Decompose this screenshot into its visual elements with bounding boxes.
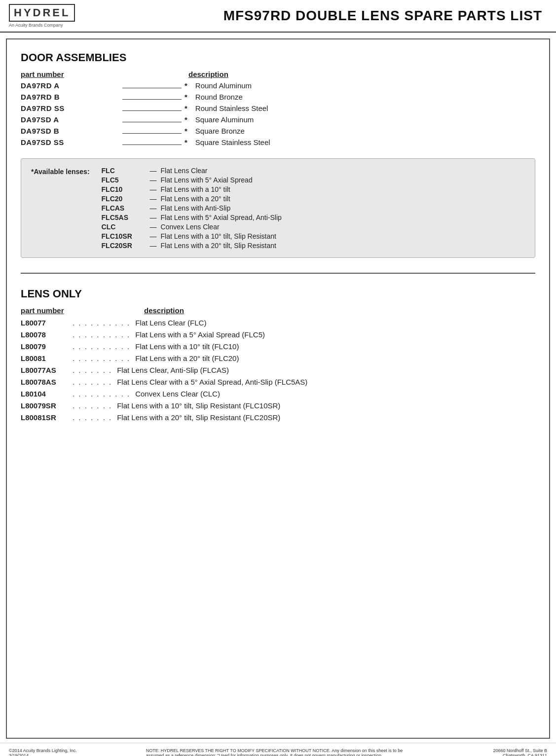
lens-description: Flat Lens with a 20° tilt (FLC20) bbox=[135, 354, 239, 362]
lens-rows: L80077 . . . . . . . . . . Flat Lens Cle… bbox=[21, 319, 535, 422]
footer-left: ©2014 Acuity Brands Lighting, Inc. 3/19/… bbox=[9, 748, 141, 756]
lens-only-row: L80077 . . . . . . . . . . Flat Lens Cle… bbox=[21, 319, 535, 327]
door-row: DA97RD SS * Round Stainless Steel bbox=[21, 104, 535, 112]
lens-dots: . . . . . . . bbox=[73, 366, 112, 374]
door-asterisk: * bbox=[185, 104, 187, 112]
footer: ©2014 Acuity Brands Lighting, Inc. 3/19/… bbox=[0, 743, 556, 756]
lens-col-part-header: part number bbox=[21, 306, 119, 315]
door-row: DA97SD SS * Square Stainless Steel bbox=[21, 138, 535, 146]
header: HYDREL An Acuity Brands Company MFS97RD … bbox=[0, 0, 556, 33]
lens-part-number: L80079 bbox=[21, 342, 73, 351]
door-line bbox=[122, 122, 182, 122]
door-section-title: DOOR ASSEMBLIES bbox=[21, 51, 535, 64]
lens-code: CLC bbox=[102, 223, 146, 231]
door-col-part-header: part number bbox=[21, 70, 188, 78]
lens-part-number: L80081 bbox=[21, 354, 73, 362]
lens-dash: — bbox=[146, 204, 161, 212]
lens-description: Flat Lens with a 10° tilt (FLC10) bbox=[135, 342, 239, 351]
door-line bbox=[122, 133, 182, 134]
door-row: DA97SD A * Square Aluminum bbox=[21, 115, 535, 124]
door-part-number: DA97SD A bbox=[21, 115, 119, 124]
lens-dash: — bbox=[146, 242, 161, 250]
lens-dots: . . . . . . . . . . bbox=[73, 354, 130, 362]
lens-description: Flat Lens with 5° Axial Spread bbox=[161, 176, 282, 184]
footer-right: 20660 Nordhoff St., Suite B Chatsworth, … bbox=[415, 748, 547, 756]
lens-part-number: L80077 bbox=[21, 319, 73, 327]
lens-dots: . . . . . . . bbox=[73, 378, 112, 386]
section-divider bbox=[21, 273, 535, 274]
door-part-number: DA97RD A bbox=[21, 81, 119, 90]
lens-code: FLC20SR bbox=[102, 242, 146, 250]
logo-sub: An Acuity Brands Company bbox=[9, 23, 63, 28]
lens-only-section: LENS ONLY part number description L80077… bbox=[21, 288, 535, 422]
footer-right-line2: Chatsworth, CA 91311 bbox=[415, 753, 547, 756]
lens-col-desc-header: description bbox=[144, 306, 184, 315]
door-description: Round Aluminum bbox=[195, 81, 252, 90]
lens-only-row: L80081SR . . . . . . . Flat Lens with a … bbox=[21, 413, 535, 422]
lens-description: Flat Lens with a 20° tilt, Slip Resistan… bbox=[117, 413, 280, 422]
door-rows: DA97RD A * Round Aluminum DA97RD B * Rou… bbox=[21, 81, 535, 146]
lens-code: FLC bbox=[102, 167, 146, 175]
main-content: DOOR ASSEMBLIES part number description … bbox=[6, 38, 550, 739]
lens-description: Flat Lens with Anti-Slip bbox=[161, 204, 282, 212]
footer-center: NOTE: HYDREL RESERVES THE RIGHT TO MODIF… bbox=[141, 748, 415, 756]
door-asterisk: * bbox=[185, 115, 187, 124]
lens-dash: — bbox=[146, 232, 161, 240]
logo: HYDREL bbox=[9, 4, 75, 22]
lens-dots: . . . . . . . . . . bbox=[73, 342, 130, 351]
door-col-desc-header: description bbox=[188, 70, 228, 78]
door-description: Round Bronze bbox=[195, 93, 243, 101]
lens-code: FLC10 bbox=[102, 185, 146, 193]
door-line bbox=[122, 99, 182, 100]
lens-dash: — bbox=[146, 167, 161, 175]
footer-center-text: NOTE: HYDREL RESERVES THE RIGHT TO MODIF… bbox=[146, 748, 410, 756]
door-line bbox=[122, 144, 182, 145]
logo-text: HYDREL bbox=[14, 6, 70, 19]
door-description: Square Aluminum bbox=[195, 115, 254, 124]
lens-only-title: LENS ONLY bbox=[21, 288, 535, 300]
door-row: DA97RD B * Round Bronze bbox=[21, 93, 535, 101]
door-asterisk: * bbox=[185, 127, 187, 135]
lens-col-headers: part number description bbox=[21, 306, 535, 315]
lens-dots: . . . . . . . bbox=[73, 413, 112, 422]
door-row: DA97SD B * Square Bronze bbox=[21, 127, 535, 135]
lens-only-row: L80079 . . . . . . . . . . Flat Lens wit… bbox=[21, 342, 535, 351]
door-description: Square Bronze bbox=[195, 127, 245, 135]
page-title: MFS97RD DOUBLE LENS SPARE PARTS LIST bbox=[88, 8, 547, 24]
door-line bbox=[122, 110, 182, 111]
lenses-table: FLC—Flat Lens ClearFLC5—Flat Lens with 5… bbox=[102, 167, 282, 250]
lens-description: Convex Lens Clear bbox=[161, 223, 282, 231]
lens-dots: . . . . . . . . . . bbox=[73, 319, 130, 327]
lens-only-row: L80079SR . . . . . . . Flat Lens with a … bbox=[21, 401, 535, 410]
lenses-box: *Available lenses: FLC—Flat Lens ClearFL… bbox=[21, 158, 535, 258]
lens-only-row: L80081 . . . . . . . . . . Flat Lens wit… bbox=[21, 354, 535, 362]
lens-description: Flat Lens with a 10° tilt, Slip Resistan… bbox=[117, 401, 280, 410]
door-asterisk: * bbox=[185, 93, 187, 101]
door-part-number: DA97SD B bbox=[21, 127, 119, 135]
lens-description: Flat Lens Clear with a 5° Axial Spread, … bbox=[117, 378, 307, 386]
lens-part-number: L80078 bbox=[21, 330, 73, 339]
lens-description: Flat Lens with a 10° tilt, Slip Resistan… bbox=[161, 232, 282, 240]
door-asterisk: * bbox=[185, 138, 187, 146]
lens-code: FLC10SR bbox=[102, 232, 146, 240]
lens-description: Flat Lens Clear bbox=[161, 167, 282, 175]
lens-description: Flat Lens with a 10° tilt bbox=[161, 185, 282, 193]
logo-area: HYDREL An Acuity Brands Company bbox=[9, 4, 88, 28]
lens-dash: — bbox=[146, 214, 161, 221]
lens-dots: . . . . . . . bbox=[73, 401, 112, 410]
lens-only-row: L80078AS . . . . . . . Flat Lens Clear w… bbox=[21, 378, 535, 386]
lens-dots: . . . . . . . . . . bbox=[73, 330, 130, 339]
door-part-number: DA97SD SS bbox=[21, 138, 119, 146]
lens-description: Flat Lens with a 5° Axial Spread (FLC5) bbox=[135, 330, 265, 339]
door-part-number: DA97RD SS bbox=[21, 104, 119, 112]
door-part-number: DA97RD B bbox=[21, 93, 119, 101]
lens-dash: — bbox=[146, 195, 161, 203]
footer-left-line2: 3/19/2014 bbox=[9, 753, 141, 756]
door-description: Square Stainless Steel bbox=[195, 138, 270, 146]
lens-part-number: L80104 bbox=[21, 390, 73, 398]
lens-description: Flat Lens with a 20° tilt, Slip Resistan… bbox=[161, 242, 282, 250]
lens-code: FLCAS bbox=[102, 204, 146, 212]
lens-dash: — bbox=[146, 223, 161, 231]
lens-description: Flat Lens Clear, Anti-Slip (FLCAS) bbox=[117, 366, 229, 374]
lens-only-row: L80104 . . . . . . . . . . Convex Lens C… bbox=[21, 390, 535, 398]
